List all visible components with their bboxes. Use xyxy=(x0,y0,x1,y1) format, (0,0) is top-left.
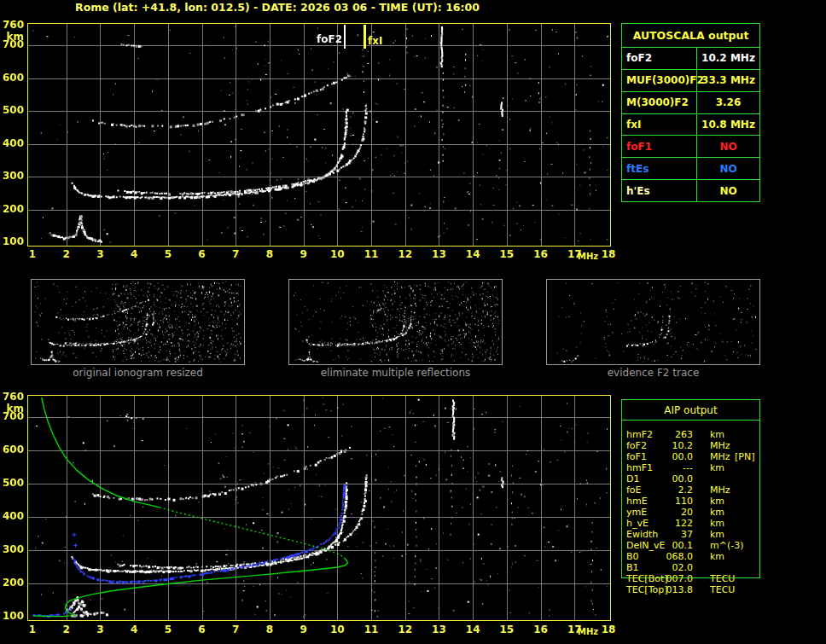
freq-tick-label: 4 xyxy=(123,624,145,635)
height-tick-label: 760 xyxy=(0,392,24,403)
autoscala-row-muf-3000-f2: MUF(3000)F233.3 MHz xyxy=(622,69,759,91)
autoscala-output-table: AUTOSCALA output foF210.2 MHzMUF(3000)F2… xyxy=(621,23,760,202)
thumbnail-eliminate-canvas xyxy=(289,280,502,364)
freq-tick-label: 1 xyxy=(21,248,44,260)
freq-tick-label: 9 xyxy=(293,624,315,635)
freq-tick-label: 11 xyxy=(360,248,382,260)
thumbnail-evidence-f2 xyxy=(546,279,760,365)
aip-row-deln-ve: DelN_vE00.1m^(-3) xyxy=(621,540,760,551)
autoscala-row-m-3000-f2: M(3000)F23.26 xyxy=(622,91,759,113)
aip-cell: km xyxy=(710,529,724,540)
aip-table-title: AIP output xyxy=(622,400,759,421)
aip-row-b1: B102.0 xyxy=(621,562,760,573)
aip-cell: D1 xyxy=(626,473,639,484)
height-tick-label: 200 xyxy=(0,577,24,589)
aip-cell: m^(-3) xyxy=(710,540,743,551)
freq-tick-label: 5 xyxy=(157,624,179,635)
autoscala-row-value: 3.26 xyxy=(697,92,759,113)
aip-row-fof1: foF100.0MHz[PN] xyxy=(621,451,760,462)
autoscala-row-fof2: foF210.2 MHz xyxy=(622,48,759,69)
aip-row-hme: hmE110km xyxy=(621,496,760,507)
aip-row-hmf2: hmF2263km xyxy=(621,429,760,440)
aip-cell: foF1 xyxy=(626,451,647,462)
height-tick-label: 400 xyxy=(0,511,24,522)
aip-cell: --- xyxy=(654,462,693,473)
fof2-marker-label: foF2 xyxy=(313,33,342,45)
thumbnail-original-ionogram xyxy=(31,279,245,365)
aip-row-d1: D100.0 xyxy=(621,473,760,484)
aip-row-hmf1: hmF1---km xyxy=(621,462,760,473)
freq-tick-label: 13 xyxy=(428,624,450,635)
aip-cell: 00.1 xyxy=(654,540,693,551)
aip-cell: 013.8 xyxy=(654,584,693,595)
aip-row-h-ve: h_vE122km xyxy=(621,518,760,529)
height-axis-unit: km xyxy=(0,32,24,43)
autoscala-row-value: NO xyxy=(697,136,759,157)
aip-row-b0: B0068.0km xyxy=(621,551,760,562)
thumbnail-caption-original: original ionogram resized xyxy=(31,367,245,379)
aip-row-fof2: foF210.2MHz xyxy=(621,440,760,451)
freq-tick-label: 16 xyxy=(530,624,552,635)
aip-cell: MHz xyxy=(710,484,730,496)
autoscala-table-title: AUTOSCALA output xyxy=(622,24,759,48)
freq-tick-label: 14 xyxy=(462,624,484,635)
autoscala-row-fxi: fxI10.8 MHz xyxy=(622,113,759,136)
aip-cell: 068.0 xyxy=(654,551,693,562)
freq-tick-label: 15 xyxy=(496,248,518,260)
freq-tick-label: 2 xyxy=(55,624,78,635)
freq-tick-label: 6 xyxy=(191,624,213,635)
aip-row-tec-top-: TEC[Top]013.8TECU xyxy=(621,584,760,595)
aip-cell: km xyxy=(710,551,724,562)
aip-cell: km xyxy=(710,462,724,473)
aip-row-ewidth: Ewidth37km xyxy=(621,529,760,540)
aip-cell: MHz xyxy=(710,451,730,462)
thumbnail-evidence-canvas xyxy=(547,280,759,364)
freq-axis-unit: MHz xyxy=(578,627,598,636)
top-ionogram-canvas xyxy=(28,24,610,246)
aip-cell: hmF2 xyxy=(626,429,653,440)
aip-cell: foE xyxy=(626,484,642,496)
aip-cell: 02.0 xyxy=(654,562,693,573)
aip-cell: B0 xyxy=(626,551,639,562)
autoscala-row-label: ftEs xyxy=(622,158,697,179)
freq-tick-label: 18 xyxy=(597,248,620,260)
aip-cell: km xyxy=(710,518,724,529)
height-tick-label: 400 xyxy=(0,138,24,149)
aip-cell: 00.0 xyxy=(654,473,693,484)
freq-tick-label: 3 xyxy=(89,624,111,635)
freq-axis-unit: MHz xyxy=(578,252,598,261)
freq-tick-label: 3 xyxy=(89,248,111,260)
height-tick-label: 760 xyxy=(0,20,24,31)
aip-cell: 122 xyxy=(654,518,693,529)
autoscala-row-value: 33.3 MHz xyxy=(697,70,759,91)
fxi-marker-label: fxI xyxy=(368,35,382,47)
autoscala-row-ftes: ftEsNO xyxy=(622,157,759,179)
freq-tick-label: 2 xyxy=(55,248,78,260)
freq-tick-label: 16 xyxy=(530,248,552,260)
aip-row-foe: foE2.2MHz xyxy=(621,484,760,496)
aip-cell: TECU xyxy=(710,573,735,584)
height-tick-label: 300 xyxy=(0,171,24,182)
freq-tick-label: 13 xyxy=(428,248,450,260)
height-tick-label: 100 xyxy=(0,611,24,622)
freq-tick-label: 15 xyxy=(496,624,518,635)
bottom-ionogram-canvas xyxy=(28,396,610,620)
freq-tick-label: 7 xyxy=(224,248,247,260)
autoscala-row-label: h'Es xyxy=(622,180,697,201)
freq-tick-label: 5 xyxy=(157,248,179,260)
height-tick-label: 500 xyxy=(0,105,24,116)
autoscala-row-label: fxI xyxy=(622,114,697,136)
aip-cell: 2.2 xyxy=(654,484,693,496)
aip-cell: 37 xyxy=(654,529,693,540)
aip-cell: ymE xyxy=(626,507,647,518)
fof2-marker-line xyxy=(344,25,346,49)
freq-tick-label: 4 xyxy=(123,248,145,260)
aip-cell: km xyxy=(710,507,724,518)
autoscala-row-value: NO xyxy=(697,180,759,201)
aip-cell: MHz xyxy=(710,440,730,451)
freq-tick-label: 12 xyxy=(394,624,416,635)
height-axis-unit: km xyxy=(0,403,24,415)
aip-cell: h_vE xyxy=(626,518,649,529)
height-tick-label: 600 xyxy=(0,444,24,455)
freq-tick-label: 7 xyxy=(224,624,247,635)
